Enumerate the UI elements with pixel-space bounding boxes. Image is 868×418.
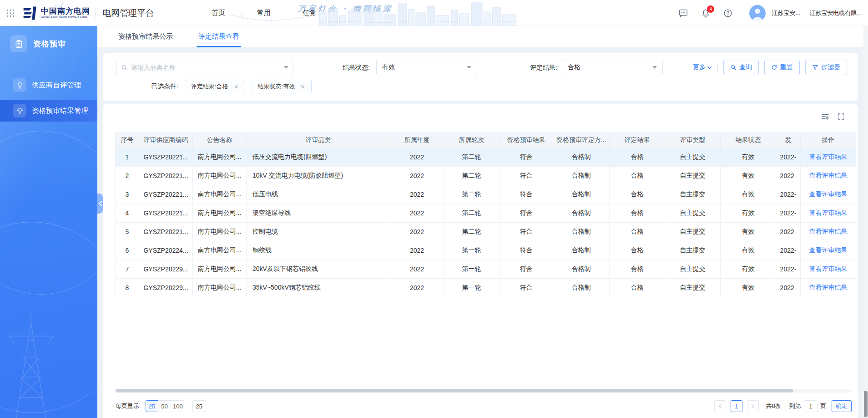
cell: 2022 — [390, 279, 444, 297]
caret-down-icon — [467, 66, 471, 69]
reset-icon — [771, 64, 777, 71]
column-header: 资格预审结果 — [500, 133, 553, 148]
cell: 合格制 — [553, 148, 610, 167]
reset-button[interactable]: 重置 — [764, 60, 800, 75]
vertical-scrollbar-thumb[interactable] — [864, 391, 868, 417]
fullscreen-icon[interactable] — [837, 112, 845, 121]
column-header: 资格预审评定方... — [553, 133, 610, 148]
view-result-link[interactable]: 查看评审结果 — [809, 190, 848, 198]
table-row[interactable]: 7GYSZP20229...南方电网公司...20kV及以下钢芯铝绞线2022第… — [116, 260, 856, 279]
filter-tag[interactable]: 结果状态:有效 — [252, 80, 312, 93]
close-icon[interactable] — [300, 84, 305, 89]
cell: 20kV及以下钢芯铝绞线 — [247, 260, 390, 279]
help-icon[interactable] — [723, 8, 733, 18]
bell-icon[interactable]: 4 — [701, 8, 711, 18]
sidebar-item-label: 供应商自评管理 — [32, 81, 81, 90]
main-content: 资格预审结果公示评定结果查看 结果状态: 有效 评定结果: 合格 更多 — [97, 26, 863, 418]
view-result-link[interactable]: 查看评审结果 — [809, 246, 848, 254]
table-row[interactable]: 2GYSZP20221...南方电网公司...10kV 交流电力电缆(防蚁阻燃型… — [116, 167, 856, 185]
view-result-link[interactable]: 查看评审结果 — [809, 284, 848, 291]
table-settings-icon[interactable] — [821, 112, 829, 121]
table-row[interactable]: 1GYSZP20221...南方电网公司...低压交流电力电缆(阻燃型)2022… — [116, 148, 856, 167]
column-header: 所属年度 — [390, 133, 444, 148]
pagination-bar: 每页显示 2550100 25 1 共8条 到第 — [116, 399, 852, 413]
cell: 第一轮 — [444, 279, 500, 297]
column-header: 所属轮次 — [444, 133, 500, 148]
cell: 南方电网公司... — [193, 148, 247, 167]
view-result-link[interactable]: 查看评审结果 — [809, 172, 848, 179]
tab[interactable]: 评定结果查看 — [194, 26, 244, 47]
cell-action: 查看评审结果 — [801, 204, 856, 223]
top-nav-item[interactable]: 常用 — [257, 9, 271, 17]
view-result-link[interactable]: 查看评审结果 — [809, 265, 848, 272]
goto-page-input[interactable] — [804, 400, 818, 412]
message-icon[interactable] — [678, 8, 688, 18]
cell: GYSZP20221... — [139, 204, 193, 223]
company-name[interactable]: 江苏宝安电缆有限... — [809, 9, 862, 17]
more-filters-link[interactable]: 更多 — [693, 63, 712, 71]
filter-tag-label: 评定结果:合格 — [191, 82, 228, 91]
caret-down-icon — [284, 66, 288, 69]
sidebar-item[interactable]: 供应商自评管理 — [0, 74, 97, 96]
sidebar-collapse-handle[interactable] — [97, 194, 103, 214]
page-size-display[interactable]: 25 — [192, 400, 206, 412]
cell: 合格 — [610, 204, 665, 223]
cell: 有效 — [721, 260, 776, 279]
table-row[interactable]: 4GYSZP20221...南方电网公司...架空绝缘导线2022第二轮符合合格… — [116, 204, 856, 223]
view-result-link[interactable]: 查看评审结果 — [809, 209, 848, 216]
prev-page-button[interactable] — [714, 400, 726, 412]
cell: 2022 — [390, 148, 444, 167]
goto-confirm-button[interactable]: 确定 — [832, 400, 852, 412]
table-row[interactable]: 8GYSZP20229...南方电网公司...35kV~500kV钢芯铝绞线20… — [116, 279, 856, 297]
category-search-input[interactable] — [131, 64, 284, 71]
cell: 南方电网公司... — [193, 167, 247, 185]
filter-actions: 更多 查询 重置 过滤器 — [693, 60, 847, 75]
horizontal-scrollbar-thumb[interactable] — [116, 389, 793, 393]
filter-tag[interactable]: 评定结果:合格 — [185, 80, 245, 93]
cell: 自主提交 — [665, 204, 721, 223]
notification-badge: 4 — [707, 5, 714, 13]
top-nav-item[interactable]: 首页 — [212, 9, 225, 17]
header-divider — [96, 8, 96, 18]
sidebar-item[interactable]: 资格预审结果管理 — [0, 100, 97, 122]
column-header: 评定结果 — [610, 133, 665, 148]
cell: 有效 — [721, 241, 776, 260]
table-row[interactable]: 3GYSZP20221...南方电网公司...低压电线2022第二轮符合合格制合… — [116, 185, 856, 204]
close-icon[interactable] — [234, 84, 239, 89]
user-name[interactable]: 江苏宝安... — [772, 9, 800, 17]
cell: 自主提交 — [665, 148, 721, 167]
results-table: 序号评审供应商编码公告名称评审品类所属年度所属轮次资格预审结果资格预审评定方..… — [115, 133, 856, 297]
cell: 控制电缆 — [247, 223, 390, 241]
cell: 3 — [116, 185, 139, 204]
page-size-option[interactable]: 50 — [158, 400, 171, 412]
table-row[interactable]: 5GYSZP20221...南方电网公司...控制电缆2022第二轮符合合格制合… — [116, 223, 856, 241]
status-select[interactable]: 有效 — [376, 60, 477, 75]
bulb-icon — [13, 78, 26, 92]
page-size-option[interactable]: 100 — [171, 400, 185, 412]
filter-button[interactable]: 过滤器 — [805, 60, 847, 75]
view-result-link[interactable]: 查看评审结果 — [809, 228, 848, 235]
category-search-combobox[interactable] — [116, 60, 293, 75]
avatar[interactable] — [749, 5, 766, 21]
current-page-button[interactable]: 1 — [731, 400, 742, 412]
table-row[interactable]: 6GYSZP20224...南方电网公司...钢绞线2022第一轮符合合格制合格… — [116, 241, 856, 260]
cell: 1 — [116, 148, 139, 167]
cell-action: 查看评审结果 — [801, 167, 856, 185]
collapse-icon — [98, 201, 102, 206]
results-table-wrap: 序号评审供应商编码公告名称评审品类所属年度所属轮次资格预审结果资格预审评定方..… — [115, 133, 852, 297]
result-filter-label: 评定结果: — [530, 64, 557, 72]
cell: 符合 — [500, 260, 553, 279]
top-nav-item[interactable]: 任务 — [303, 9, 316, 17]
page-size-option[interactable]: 25 — [146, 400, 158, 412]
sidebar: 资格预审 供应商自评管理资格预审结果管理 — [0, 26, 97, 418]
horizontal-scrollbar — [116, 389, 852, 393]
column-header: 发 — [776, 133, 801, 148]
page-size-controls: 每页显示 2550100 25 — [116, 400, 206, 412]
cell: 35kV~500kV钢芯铝绞线 — [247, 279, 390, 297]
result-select[interactable]: 合格 — [562, 60, 663, 75]
next-page-button[interactable] — [747, 400, 759, 412]
query-button[interactable]: 查询 — [723, 60, 759, 75]
view-result-link[interactable]: 查看评审结果 — [809, 153, 848, 160]
tab[interactable]: 资格预审结果公示 — [114, 26, 177, 47]
app-grid-icon[interactable] — [6, 9, 15, 17]
